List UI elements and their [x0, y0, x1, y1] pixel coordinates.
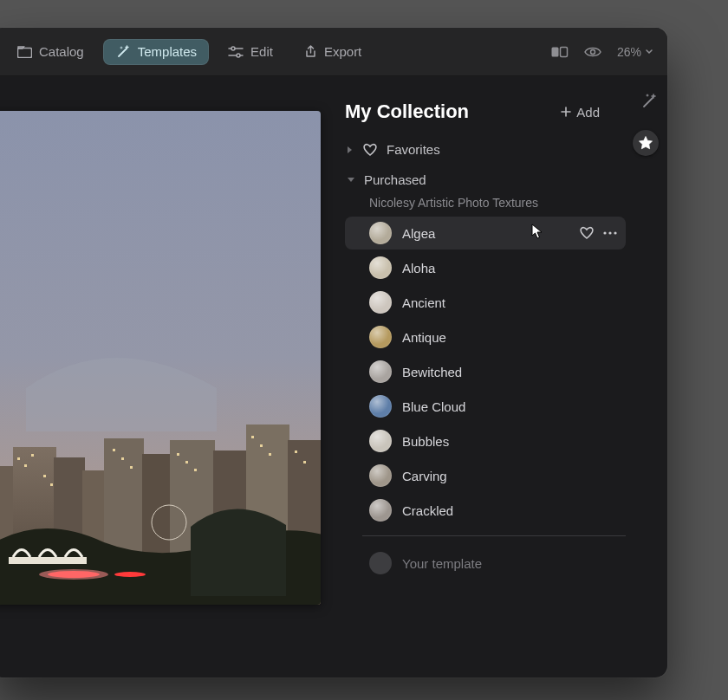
star-icon [638, 135, 653, 151]
svg-rect-24 [113, 449, 115, 451]
catalog-label: Catalog [39, 44, 84, 59]
disclosure-right-icon [347, 146, 354, 154]
svg-rect-36 [9, 557, 87, 564]
svg-rect-34 [303, 461, 306, 463]
divider [362, 535, 626, 536]
zoom-value: 26% [617, 45, 641, 59]
app-window: Catalog Templates Edit Export [0, 28, 667, 677]
svg-rect-19 [17, 457, 20, 460]
export-icon [304, 45, 317, 59]
side-panel: My Collection Add Favorites [321, 76, 667, 677]
plus-icon [561, 107, 571, 117]
template-row[interactable]: Antique [345, 321, 626, 353]
template-name: Ancient [402, 295, 445, 310]
template-name: Bewitched [402, 365, 462, 379]
disclosure-down-icon [347, 177, 355, 184]
export-label: Export [324, 44, 361, 59]
templates-tab[interactable]: Templates [103, 39, 209, 65]
template-name: Antique [402, 330, 446, 345]
svg-point-42 [614, 231, 616, 234]
pack-name: Nicolesy Artistic Photo Textures [369, 196, 626, 210]
panel-header: My Collection Add [345, 100, 626, 123]
purchased-section: Purchased Nicolesy Artistic Photo Textur… [345, 172, 626, 581]
template-name: Blue Cloud [402, 399, 465, 414]
template-swatch [369, 430, 392, 452]
svg-rect-22 [43, 475, 46, 477]
edit-tab[interactable]: Edit [216, 39, 285, 64]
template-swatch [369, 291, 392, 314]
app-body: My Collection Add Favorites [0, 76, 667, 677]
svg-rect-27 [177, 453, 179, 456]
template-swatch [369, 464, 392, 487]
template-name: Bubbles [402, 434, 449, 449]
favorites-header[interactable]: Favorites [345, 142, 626, 157]
template-row[interactable]: Bewitched [345, 355, 626, 388]
template-name: Carving [402, 469, 447, 483]
panel-title: My Collection [345, 100, 469, 123]
template-row[interactable]: Crackled [345, 494, 626, 527]
your-template-swatch [369, 552, 392, 574]
your-template-label: Your template [402, 556, 482, 571]
svg-point-40 [603, 231, 606, 234]
template-row[interactable]: Algea [345, 217, 626, 250]
compare-icon[interactable] [551, 46, 569, 58]
svg-rect-33 [295, 450, 297, 453]
cursor-icon [531, 224, 543, 239]
svg-point-38 [114, 572, 146, 577]
image-preview[interactable] [0, 111, 321, 605]
svg-rect-29 [194, 469, 197, 471]
wand-icon [115, 44, 131, 60]
catalog-tab[interactable]: Catalog [5, 39, 96, 64]
svg-point-39 [39, 569, 108, 580]
svg-rect-28 [185, 461, 188, 463]
favorites-section: Favorites [345, 142, 626, 157]
template-row[interactable]: Aloha [345, 251, 626, 284]
edit-label: Edit [250, 44, 273, 59]
svg-rect-31 [260, 444, 263, 447]
catalog-icon [17, 46, 32, 58]
zoom-dropdown[interactable]: 26% [617, 45, 653, 59]
svg-point-4 [237, 54, 240, 57]
svg-rect-32 [269, 453, 271, 456]
add-label: Add [576, 105, 600, 120]
your-template-row[interactable]: Your template [345, 545, 626, 581]
purchased-header[interactable]: Purchased [345, 172, 626, 187]
sliders-icon [228, 46, 244, 58]
favorites-filter-button[interactable] [633, 130, 659, 156]
template-name: Crackled [402, 503, 453, 518]
template-row[interactable]: Bubbles [345, 425, 626, 457]
template-swatch [369, 395, 392, 418]
template-row[interactable]: Carving [345, 459, 626, 492]
svg-rect-5 [551, 47, 558, 56]
template-list: AlgeaAlohaAncientAntiqueBewitchedBlue Cl… [345, 217, 626, 527]
sparkle-wand-icon[interactable] [640, 92, 659, 111]
svg-point-2 [231, 47, 235, 50]
more-icon[interactable] [603, 231, 617, 235]
template-row[interactable]: Blue Cloud [345, 390, 626, 423]
svg-point-7 [590, 49, 595, 54]
template-actions [579, 226, 617, 240]
template-swatch [369, 326, 392, 348]
svg-rect-21 [31, 454, 34, 457]
template-swatch [369, 499, 392, 522]
template-swatch [369, 360, 392, 383]
toolbar-right: 26% [551, 45, 653, 59]
template-name: Aloha [402, 261, 435, 275]
svg-rect-26 [130, 466, 133, 469]
chevron-down-icon [645, 49, 653, 55]
template-swatch [369, 222, 392, 244]
svg-point-41 [608, 231, 611, 234]
heart-outline-icon[interactable] [579, 226, 595, 240]
purchased-label: Purchased [364, 172, 426, 187]
eye-icon[interactable] [584, 46, 601, 58]
template-swatch [369, 256, 392, 279]
svg-rect-6 [560, 47, 567, 56]
svg-rect-30 [251, 436, 254, 438]
add-button[interactable]: Add [561, 105, 600, 120]
export-tab[interactable]: Export [292, 39, 374, 64]
favorites-label: Favorites [387, 142, 440, 157]
templates-label: Templates [138, 44, 197, 59]
template-row[interactable]: Ancient [345, 286, 626, 319]
toolbar: Catalog Templates Edit Export [0, 28, 667, 76]
template-name: Algea [402, 226, 435, 241]
